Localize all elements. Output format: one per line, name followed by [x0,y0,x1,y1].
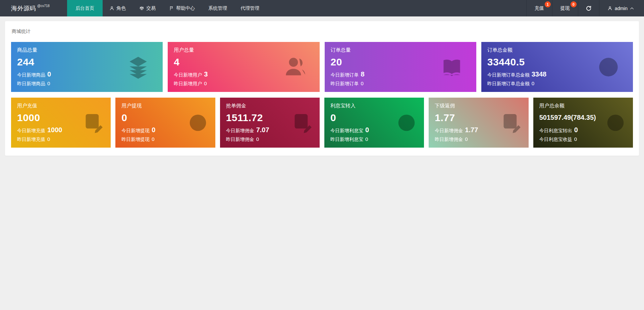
person-icon [607,6,612,11]
card-yesterday-label: 昨日新增用户 [174,81,202,87]
dollar-circle-icon [394,111,419,135]
card-yesterday-value: 0 [532,81,534,86]
username-label: admin [615,6,628,11]
card-today-value: 0 [365,126,369,134]
stat-card-interest-in: 利息宝转入 0 今日新增利息宝0 昨日新增利息宝0 [324,98,424,148]
card-title: 用户总量 [174,47,313,53]
withdraw-badge: 0 [571,1,577,7]
nav-item-label: 角色 [116,5,126,11]
recharge-label: 充值 [535,5,544,11]
card-today-value: 8 [361,70,365,78]
brand-logo[interactable]: 海外源码 @cv718 [0,0,67,16]
chevron-up-icon [630,7,634,10]
card-yesterday-value: 0 [47,136,50,142]
stat-card-products-total: 商品总量 244 今日新增商品0 昨日新增商品0 [11,42,163,92]
card-yesterday-label: 昨日新增提现 [121,137,150,143]
card-today-label: 今日新增佣金 [435,128,463,134]
stat-card-sub-rebate: 下级返佣 1.77 今日新增佣金1.77 昨日新增佣金0 [429,98,528,148]
nav-item-agent-mgmt[interactable]: 代理管理 [234,0,266,16]
dollar-circle-icon [186,111,210,135]
card-today-label: 今日新增订单总金额 [487,72,530,78]
card-yesterday-value: 0 [204,81,207,86]
stat-card-user-withdraw: 用户提现 0 今日新增提现0 昨日新增提现0 [115,98,215,148]
user-menu[interactable]: admin [599,0,644,16]
stat-card-user-recharge: 用户充值 1000 今日新增充值1000 昨日新增充值0 [11,98,111,148]
stat-card-order-commission: 抢单佣金 1511.72 今日新增佣金7.07 昨日新增佣金0 [220,98,320,148]
nav-item-help-center[interactable]: 帮助中心 [162,0,202,16]
card-yesterday-label: 昨日新增佣金 [435,137,463,143]
recharge-badge: 1 [545,1,551,7]
refresh-button[interactable] [578,0,599,16]
withdraw-button[interactable]: 提现 0 [552,0,578,16]
card-today-value: 0 [574,126,578,134]
recharge-button[interactable]: 充值 1 [526,0,552,16]
nav-item-trade[interactable]: 交易 [132,0,162,16]
nav-item-roles[interactable]: 角色 [103,0,132,16]
panel-title: 商城统计 [12,29,633,35]
book-icon [438,53,466,81]
nav-item-label: 系统管理 [208,5,227,11]
card-yesterday-label: 昨日新增订单 [331,81,359,87]
users-icon [281,53,309,81]
card-today-value: 3348 [532,70,547,78]
card-today-label: 今日新增用户 [174,72,202,78]
stats-row-1: 商品总量 244 今日新增商品0 昨日新增商品0 用户总量 4 今日新增用户3 … [11,42,633,92]
doc-question-icon [290,111,314,135]
card-yesterday-value: 0 [361,81,364,86]
card-today-value: 1000 [47,126,62,134]
card-today-label: 今日新增商品 [17,72,45,78]
brand-badge: @cv718 [37,4,50,8]
card-today-label: 今日利息宝转出 [539,128,572,134]
card-yesterday-label: 昨日新增利息宝 [330,137,363,143]
top-navbar: 海外源码 @cv718 后台首页 角色 交易 帮助中心 系统管理 [0,0,644,16]
card-title: 订单总量 [331,47,470,53]
card-today-value: 1.77 [465,126,478,134]
nav-item-label: 交易 [146,5,156,11]
card-today-value: 7.07 [256,126,269,134]
card-yesterday-label: 昨日新增商品 [17,81,45,87]
card-title: 用户充值 [17,103,105,109]
card-title: 商品总量 [17,47,157,53]
card-title: 下级返佣 [435,103,522,109]
card-yesterday-value: 0 [465,136,468,142]
stats-panel: 商城统计 商品总量 244 今日新增商品0 昨日新增商品0 用户总量 4 今日新… [5,21,639,156]
card-today-value: 3 [204,70,208,78]
doc-question-icon [81,111,105,135]
card-yesterday-value: 0 [152,136,154,142]
card-yesterday-label: 昨日新增充值 [17,137,45,143]
card-today-label: 今日新增充值 [17,128,45,134]
flag-icon [169,6,174,11]
card-title: 订单总金额 [487,47,627,53]
card-title: 利息宝转入 [330,103,418,109]
main-content: 商城统计 商品总量 244 今日新增商品0 昨日新增商品0 用户总量 4 今日新… [0,21,644,156]
card-title: 用户总余额 [539,103,627,109]
card-today-value: 0 [152,126,155,134]
card-yesterday-label: 昨日新增佣金 [226,137,254,143]
stat-card-user-balance: 用户总余额 501597.49(784.35) 今日利息宝转出0 今日利息宝收益… [533,98,633,148]
nav-item-label: 帮助中心 [176,5,195,11]
card-title: 抢单佣金 [226,103,314,109]
withdraw-label: 提现 [560,5,570,11]
card-today-label: 今日新增佣金 [226,128,254,134]
nav-item-label: 代理管理 [240,5,259,11]
navbar-right: 充值 1 提现 0 admin [526,0,644,16]
card-yesterday-value: 0 [47,81,50,86]
card-today-label: 今日新增订单 [331,72,359,78]
card-yesterday-value: 0 [365,136,368,142]
nav-item-system-mgmt[interactable]: 系统管理 [202,0,234,16]
stat-card-order-amount: 订单总金额 33440.5 今日新增订单总金额3348 昨日新增订单总金额0 [481,42,633,92]
stats-row-2: 用户充值 1000 今日新增充值1000 昨日新增充值0 用户提现 0 今日新增… [11,98,633,148]
card-title: 用户提现 [121,103,209,109]
scales-icon [139,6,144,11]
card-today-label: 今日新增利息宝 [330,128,363,134]
brand-name: 海外源码 [11,4,36,12]
nav-item-label: 后台首页 [75,5,94,11]
card-yesterday-value: 0 [256,136,259,142]
layers-icon [124,53,152,81]
dollar-circle-icon [603,111,628,135]
person-icon [109,6,114,11]
nav-item-dashboard[interactable]: 后台首页 [67,0,103,16]
yen-circle-icon [595,53,622,81]
main-menu: 后台首页 角色 交易 帮助中心 系统管理 代理管理 [67,0,266,16]
reload-icon [586,5,592,11]
